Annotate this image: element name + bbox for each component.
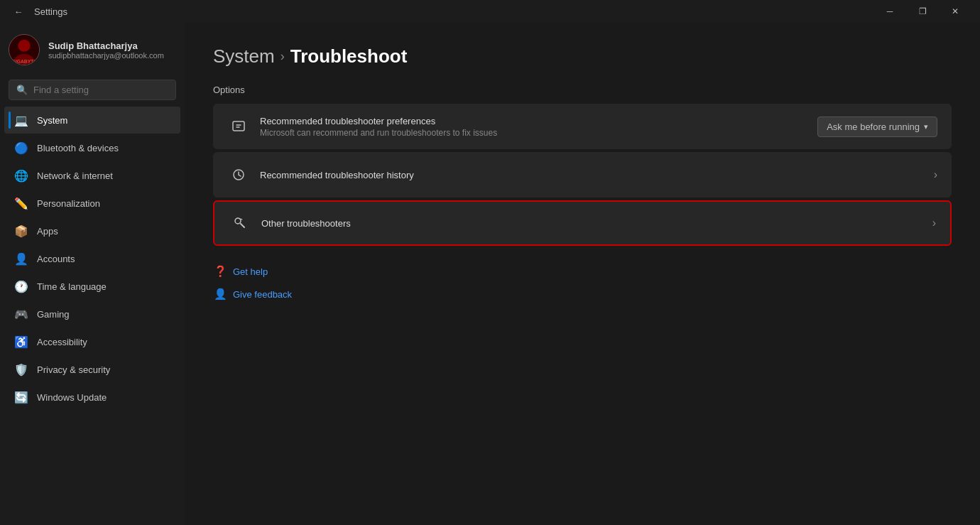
setting-content-recommended-prefs: Recommended troubleshooter preferences M… <box>260 116 817 138</box>
sidebar-item-label: Bluetooth & devices <box>37 143 119 153</box>
link-get-help[interactable]: ❓ Get help <box>213 260 952 283</box>
sidebar-item-apps[interactable]: 📦 Apps <box>4 217 180 244</box>
svg-rect-4 <box>233 121 244 131</box>
link-give-feedback[interactable]: 👤 Give feedback <box>213 283 952 305</box>
sidebar-item-bluetooth[interactable]: 🔵 Bluetooth & devices <box>4 134 180 161</box>
titlebar-title: Settings <box>34 6 67 17</box>
sidebar-item-label: Apps <box>37 226 58 237</box>
give-feedback-icon: 👤 <box>213 287 227 301</box>
gaming-icon: 🎮 <box>14 307 28 321</box>
breadcrumb-current: Troubleshoot <box>290 45 408 67</box>
breadcrumb: System › Troubleshoot <box>213 45 952 67</box>
setting-content-other-troubleshooters: Other troubleshooters <box>261 218 932 229</box>
setting-title-other-troubleshooters: Other troubleshooters <box>261 218 932 229</box>
search-input[interactable] <box>33 85 168 95</box>
sidebar-nav: 💻 System 🔵 Bluetooth & devices 🌐 Network… <box>0 106 185 411</box>
setting-action-other-troubleshooters: › <box>932 217 936 229</box>
bluetooth-icon: 🔵 <box>14 141 28 155</box>
breadcrumb-arrow: › <box>281 49 285 64</box>
sidebar-item-time[interactable]: 🕐 Time & language <box>4 273 180 300</box>
sidebar-item-label: Windows Update <box>37 392 107 403</box>
sidebar-item-update[interactable]: 🔄 Windows Update <box>4 384 180 411</box>
setting-title-recommended-history: Recommended troubleshooter history <box>260 170 934 180</box>
sidebar-item-label: Personalization <box>37 198 100 209</box>
user-profile[interactable]: GIGABYTE Sudip Bhattacharjya sudipbhatta… <box>0 23 185 77</box>
chevron-down-icon: ▾ <box>924 122 928 131</box>
setting-icon-recommended-history <box>227 163 250 186</box>
back-button[interactable]: ← <box>9 1 28 21</box>
personalization-icon: ✏️ <box>14 196 28 210</box>
get-help-icon: ❓ <box>213 264 227 278</box>
titlebar: ← Settings ─ ❐ ✕ <box>0 0 980 23</box>
link-label-get-help: Get help <box>233 266 268 277</box>
sidebar-item-personalization[interactable]: ✏️ Personalization <box>4 190 180 217</box>
setting-subtitle-recommended-prefs: Microsoft can recommend and run troubles… <box>260 128 817 138</box>
sidebar-item-network[interactable]: 🌐 Network & internet <box>4 162 180 189</box>
time-icon: 🕐 <box>14 279 28 293</box>
titlebar-left: ← Settings <box>9 1 67 21</box>
setting-row-recommended-prefs[interactable]: Recommended troubleshooter preferences M… <box>213 104 952 149</box>
sidebar-item-accessibility[interactable]: ♿ Accessibility <box>4 328 180 355</box>
settings-list: Recommended troubleshooter preferences M… <box>213 104 952 246</box>
setting-action-recommended-prefs: Ask me before running ▾ <box>817 117 937 137</box>
network-icon: 🌐 <box>14 168 28 183</box>
content-area: System › Troubleshoot Options Recommende… <box>185 23 980 525</box>
sidebar: GIGABYTE Sudip Bhattacharjya sudipbhatta… <box>0 23 185 525</box>
search-box[interactable]: 🔍 <box>9 80 176 100</box>
setting-row-recommended-history[interactable]: Recommended troubleshooter history › <box>213 152 952 197</box>
links-section: ❓ Get help 👤 Give feedback <box>213 260 952 305</box>
sidebar-item-system[interactable]: 💻 System <box>4 107 180 134</box>
update-icon: 🔄 <box>14 390 28 404</box>
sidebar-item-label: System <box>37 115 67 126</box>
system-icon: 💻 <box>14 113 28 127</box>
setting-row-other-troubleshooters[interactable]: Other troubleshooters › <box>213 200 952 246</box>
sidebar-item-label: Accounts <box>37 254 75 264</box>
close-button[interactable]: ✕ <box>939 0 971 23</box>
minimize-button[interactable]: ─ <box>873 0 906 23</box>
setting-icon-other-troubleshooters <box>229 212 251 234</box>
privacy-icon: 🛡️ <box>14 362 28 377</box>
link-label-give-feedback: Give feedback <box>233 289 292 300</box>
sidebar-item-label: Gaming <box>37 309 70 320</box>
search-icon: 🔍 <box>16 85 28 95</box>
setting-content-recommended-history: Recommended troubleshooter history <box>260 170 934 180</box>
breadcrumb-parent[interactable]: System <box>213 45 275 67</box>
sidebar-item-label: Accessibility <box>37 337 87 347</box>
user-info: Sudip Bhattacharjya sudipbhattacharjya@o… <box>48 40 164 60</box>
setting-icon-recommended-prefs <box>227 115 250 138</box>
sidebar-item-label: Time & language <box>37 281 107 292</box>
dropdown-label: Ask me before running <box>827 121 920 132</box>
chevron-right-icon: › <box>932 217 936 229</box>
section-title: Options <box>213 85 952 95</box>
avatar: GIGABYTE <box>9 34 40 65</box>
svg-point-1 <box>18 40 30 52</box>
sidebar-item-label: Privacy & security <box>37 364 110 375</box>
svg-text:GIGABYTE: GIGABYTE <box>12 59 37 64</box>
window-controls: ─ ❐ ✕ <box>873 0 971 23</box>
apps-icon: 📦 <box>14 224 28 238</box>
accounts-icon: 👤 <box>14 251 28 266</box>
sidebar-item-privacy[interactable]: 🛡️ Privacy & security <box>4 356 180 383</box>
main-layout: GIGABYTE Sudip Bhattacharjya sudipbhatta… <box>0 23 980 525</box>
sidebar-item-label: Network & internet <box>37 171 113 181</box>
setting-action-recommended-history: › <box>934 168 937 181</box>
user-email: sudipbhattacharjya@outlook.com <box>48 51 164 60</box>
sidebar-item-accounts[interactable]: 👤 Accounts <box>4 245 180 272</box>
accessibility-icon: ♿ <box>14 335 28 349</box>
restore-button[interactable]: ❐ <box>906 0 939 23</box>
setting-title-recommended-prefs: Recommended troubleshooter preferences <box>260 116 817 126</box>
user-name: Sudip Bhattacharjya <box>48 40 164 51</box>
chevron-right-icon: › <box>934 168 937 181</box>
dropdown-recommended-prefs[interactable]: Ask me before running ▾ <box>817 117 937 137</box>
sidebar-item-gaming[interactable]: 🎮 Gaming <box>4 301 180 328</box>
